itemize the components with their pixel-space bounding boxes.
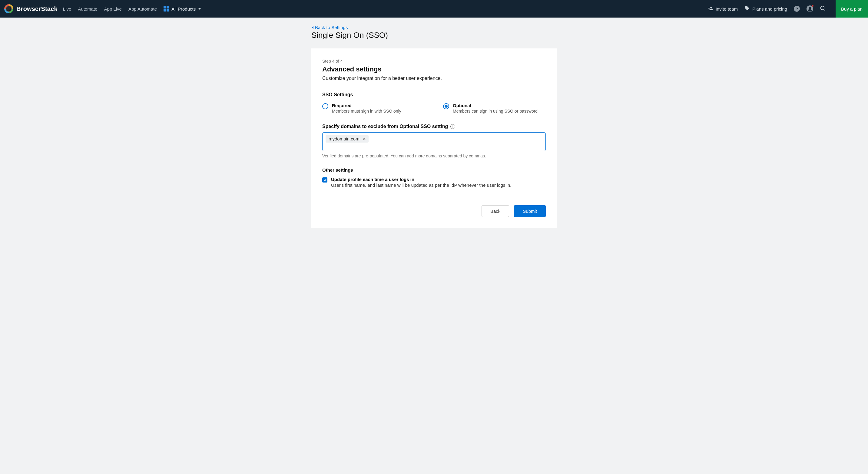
sso-required-option[interactable]: Required Members must sign in with SSO o… (322, 103, 425, 113)
check-icon (323, 178, 327, 182)
brand-logo[interactable]: BrowserStack (4, 4, 58, 13)
settings-card: Step 4 of 4 Advanced settings Customize … (311, 48, 557, 228)
sso-optional-option[interactable]: Optional Members can sign in using SSO o… (443, 103, 546, 113)
card-subtitle: Customize your integration for a better … (322, 76, 546, 81)
primary-nav: Live Automate App Live App Automate All … (63, 6, 201, 11)
domain-tag: mydomain.com ✕ (326, 135, 369, 142)
update-profile-option: Update profile each time a user logs in … (322, 177, 546, 188)
page-container: Back to Settings Single Sign On (SSO) St… (311, 18, 557, 240)
notification-dot-icon (812, 5, 814, 7)
plans-pricing-label: Plans and pricing (752, 6, 787, 11)
account-menu[interactable] (807, 5, 813, 12)
buy-plan-button[interactable]: Buy a plan (836, 0, 868, 18)
exclude-domains-input[interactable]: mydomain.com ✕ (322, 132, 546, 151)
page-title: Single Sign On (SSO) (311, 31, 557, 40)
search-button[interactable] (820, 5, 826, 12)
top-header: BrowserStack Live Automate App Live App … (0, 0, 868, 18)
submit-button[interactable]: Submit (514, 205, 546, 217)
domain-tag-label: mydomain.com (329, 136, 360, 141)
other-settings-heading: Other settings (322, 167, 546, 172)
apps-grid-icon (163, 6, 169, 11)
step-indicator: Step 4 of 4 (322, 59, 546, 64)
update-profile-desc: User's first name, and last name will be… (331, 182, 511, 188)
svg-line-1 (824, 9, 825, 10)
svg-point-0 (821, 6, 825, 10)
info-icon[interactable]: i (451, 124, 455, 129)
radio-unchecked-icon (322, 103, 328, 109)
sso-settings-heading: SSO Settings (322, 92, 546, 98)
sso-mode-radio-group: Required Members must sign in with SSO o… (322, 103, 546, 113)
search-icon (820, 5, 826, 11)
all-products-menu[interactable]: All Products (163, 6, 201, 11)
radio-checked-icon (443, 103, 449, 109)
invite-icon (708, 6, 713, 12)
remove-tag-icon[interactable]: ✕ (362, 136, 367, 141)
card-title: Advanced settings (322, 65, 546, 73)
nav-app-automate[interactable]: App Automate (128, 6, 157, 11)
brand-name: BrowserStack (17, 5, 58, 12)
chevron-left-icon (311, 26, 314, 30)
header-right: Invite team Plans and pricing ? Buy a pl… (708, 0, 868, 18)
required-desc: Members must sign in with SSO only (332, 109, 401, 113)
update-profile-label: Update profile each time a user logs in (331, 177, 511, 182)
optional-label: Optional (453, 103, 537, 108)
domains-helper-text: Verified domains are pre-populated. You … (322, 154, 546, 158)
nav-automate[interactable]: Automate (78, 6, 97, 11)
back-button[interactable]: Back (482, 205, 509, 217)
help-icon[interactable]: ? (794, 6, 800, 12)
buy-plan-label: Buy a plan (841, 6, 863, 11)
invite-team-link[interactable]: Invite team (708, 6, 738, 12)
chevron-down-icon (198, 8, 201, 10)
browserstack-logo-icon (4, 4, 13, 13)
pricing-tag-icon (744, 6, 750, 12)
exclude-domains-text: Specify domains to exclude from Optional… (322, 124, 448, 129)
exclude-domains-label: Specify domains to exclude from Optional… (322, 124, 546, 129)
back-to-settings-link[interactable]: Back to Settings (311, 25, 557, 30)
plans-pricing-link[interactable]: Plans and pricing (744, 6, 787, 12)
nav-app-live[interactable]: App Live (104, 6, 122, 11)
form-footer: Back Submit (322, 205, 546, 217)
required-label: Required (332, 103, 401, 108)
invite-team-label: Invite team (716, 6, 738, 11)
update-profile-checkbox[interactable] (322, 177, 328, 182)
all-products-label: All Products (172, 6, 196, 11)
optional-desc: Members can sign in using SSO or passwor… (453, 109, 537, 113)
back-link-label: Back to Settings (315, 25, 348, 30)
nav-live[interactable]: Live (63, 6, 71, 11)
